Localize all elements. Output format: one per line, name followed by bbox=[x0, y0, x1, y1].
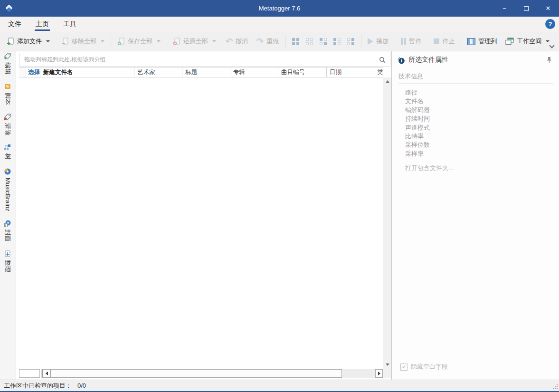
collapse-ribbon-button[interactable] bbox=[550, 44, 554, 48]
tag-plus-icon bbox=[4, 52, 12, 60]
properties-panel-header: 所选文件属性 bbox=[397, 56, 448, 64]
remove-all-caret-icon bbox=[101, 40, 104, 42]
play-icon bbox=[368, 38, 373, 45]
check-all-icon[interactable] bbox=[292, 38, 299, 45]
check-selected-icon[interactable] bbox=[333, 38, 341, 45]
uncheck-selected-icon[interactable] bbox=[347, 38, 354, 45]
column-header-artist[interactable]: 艺术家 bbox=[134, 67, 182, 77]
remove-all-button[interactable]: 移除全部 bbox=[58, 34, 107, 48]
sidebar-item-organize[interactable]: 整理 bbox=[0, 250, 16, 272]
tab-tools[interactable]: 工具 bbox=[62, 17, 77, 32]
add-files-button[interactable]: 添加文件 bbox=[4, 34, 53, 48]
workspace-caret-icon bbox=[546, 40, 550, 42]
titlebar: Metatogger 7.6 − ✕ bbox=[0, 0, 559, 17]
arrow-down-icon bbox=[386, 363, 389, 366]
app-icon[interactable] bbox=[4, 3, 14, 13]
status-count: 0/0 bbox=[77, 382, 86, 389]
help-button[interactable]: ? bbox=[545, 19, 555, 29]
sidebar-tabs: 编辑 脚本 清除 树 bbox=[0, 52, 16, 272]
app-window: Metatogger 7.6 − ✕ 文件 主页 工具 ? 添加文件 移除全部 bbox=[0, 0, 559, 392]
pause-button[interactable]: 暂停 bbox=[398, 34, 424, 48]
file-grid-area: 拖动列标题到此处,根据该列分组 选择 新建文件名 艺术家 标题 专辑 曲目编号 … bbox=[16, 51, 391, 380]
grid-body-empty bbox=[19, 77, 383, 369]
column-header-title[interactable]: 标题 bbox=[182, 67, 230, 77]
save-all-icon bbox=[117, 38, 125, 46]
undo-icon: ↶ bbox=[226, 37, 233, 46]
tab-file[interactable]: 文件 bbox=[7, 17, 22, 32]
column-header-new-filename[interactable]: 新建文件名 bbox=[40, 67, 134, 77]
toolbar-separator bbox=[361, 35, 361, 48]
play-button[interactable]: 播放 bbox=[365, 34, 391, 48]
sidebar-item-musicbrainz[interactable]: MusicBrainz bbox=[0, 168, 16, 211]
disc-globe-icon bbox=[4, 168, 12, 175]
manage-columns-button[interactable]: 管理列 bbox=[464, 34, 500, 48]
undo-button[interactable]: ↶ 撤消 bbox=[223, 34, 251, 48]
close-button[interactable]: ✕ bbox=[537, 0, 559, 17]
column-header-type[interactable]: 类型 bbox=[374, 67, 383, 77]
scroll-right-button[interactable] bbox=[375, 369, 383, 378]
chevron-down-icon bbox=[549, 43, 554, 48]
column-header-track-number[interactable]: 曲目编号 bbox=[278, 67, 327, 77]
restore-all-icon bbox=[173, 38, 180, 46]
redo-button[interactable]: ↷ 重做 bbox=[254, 34, 282, 48]
pin-icon[interactable] bbox=[547, 57, 552, 63]
add-file-icon bbox=[7, 38, 14, 46]
field-label-bit-depth: 采样位数 bbox=[405, 141, 430, 149]
open-containing-folder-link[interactable]: 打开包含文件夹... bbox=[405, 164, 454, 172]
toolbar: 添加文件 移除全部 保存全部 还原全部 ↶ 撤消 ↷ 重做 bbox=[0, 32, 559, 51]
field-label-codec: 编解码器 bbox=[405, 106, 430, 115]
hide-empty-fields-row: ✓ 隐藏空白字段 bbox=[400, 363, 448, 371]
restore-all-button[interactable]: 还原全部 bbox=[170, 34, 219, 48]
horizontal-scrollbar[interactable] bbox=[19, 369, 383, 378]
stop-button[interactable]: 停止 bbox=[431, 34, 457, 48]
toolbar-separator bbox=[285, 35, 285, 48]
column-header-select[interactable]: 选择 bbox=[26, 67, 40, 77]
organize-icon bbox=[4, 250, 12, 258]
vertical-scrollbar[interactable] bbox=[383, 77, 391, 369]
sidebar-item-edit[interactable]: 编辑 bbox=[0, 52, 16, 75]
uncheck-all-icon[interactable] bbox=[306, 38, 313, 45]
toolbar-separator bbox=[461, 35, 461, 48]
field-label-bitrate: 比特率 bbox=[405, 132, 430, 141]
hide-empty-checkbox[interactable]: ✓ bbox=[400, 363, 407, 371]
group-by-hint: 拖动列标题到此处,根据该列分组 bbox=[24, 53, 105, 66]
arrow-left-icon bbox=[46, 372, 48, 375]
maximize-icon bbox=[524, 6, 529, 11]
workspace-icon bbox=[505, 38, 514, 45]
sidebar-item-tree[interactable]: 树 bbox=[0, 143, 16, 160]
invert-check-icon[interactable] bbox=[320, 38, 327, 45]
window-title: Metatogger 7.6 bbox=[259, 0, 300, 17]
stop-icon bbox=[434, 38, 439, 44]
column-header-date[interactable]: 日期 bbox=[327, 67, 374, 77]
tag-x-icon bbox=[4, 113, 12, 121]
workspace-button[interactable]: 工作空间 bbox=[502, 34, 552, 48]
horizontal-scroll-thumb[interactable] bbox=[50, 369, 342, 378]
add-files-caret-icon bbox=[46, 40, 50, 42]
resize-grip[interactable] bbox=[553, 384, 558, 389]
group-by-bar[interactable]: 拖动列标题到此处,根据该列分组 bbox=[19, 53, 390, 67]
grid-header-row: 选择 新建文件名 艺术家 标题 专辑 曲目编号 日期 类型 bbox=[19, 67, 383, 77]
minimize-button[interactable]: − bbox=[493, 0, 515, 17]
sidebar-item-script[interactable]: 脚本 bbox=[0, 83, 16, 105]
maximize-button[interactable] bbox=[515, 0, 537, 17]
save-all-button[interactable]: 保存全部 bbox=[114, 34, 163, 48]
restore-all-caret-icon bbox=[212, 40, 216, 42]
field-label-filename: 文件名 bbox=[405, 97, 430, 105]
field-label-path: 路径 bbox=[405, 88, 430, 97]
pause-icon bbox=[401, 38, 406, 45]
column-header-album[interactable]: 专辑 bbox=[230, 67, 278, 77]
sidebar-item-clear[interactable]: 清除 bbox=[0, 113, 16, 135]
scroll-up-button[interactable] bbox=[383, 77, 391, 86]
search-icon[interactable] bbox=[379, 56, 386, 64]
remove-file-icon bbox=[61, 38, 69, 46]
sidebar-item-cover[interactable]: 封面 bbox=[0, 220, 16, 242]
info-icon bbox=[397, 56, 406, 64]
left-tool-sidebar: 编辑 脚本 清除 树 bbox=[0, 51, 16, 380]
arrow-up-icon bbox=[386, 80, 389, 83]
scroll-left-button[interactable] bbox=[43, 369, 50, 378]
row-indicator-header bbox=[19, 67, 26, 77]
statusbar: 工作区中已检查的项目： 0/0 bbox=[0, 380, 559, 392]
tab-home[interactable]: 主页 bbox=[35, 17, 50, 32]
ribbon-tab-bar: 文件 主页 工具 ? bbox=[0, 17, 559, 32]
scroll-down-button[interactable] bbox=[383, 361, 391, 369]
